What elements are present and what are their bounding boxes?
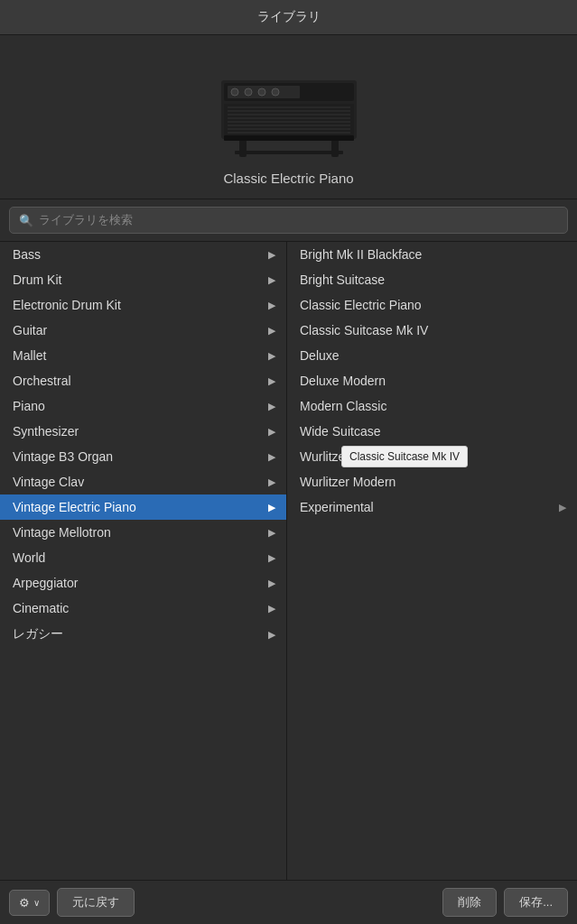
right-item-label: Bright Suitcase xyxy=(300,273,385,287)
search-icon: 🔍 xyxy=(19,214,33,227)
left-item-electronic-drum-kit[interactable]: Electronic Drum Kit ▶ xyxy=(0,292,286,318)
left-item-piano[interactable]: Piano ▶ xyxy=(0,393,286,419)
tooltip: Classic Suitcase Mk IV xyxy=(341,446,468,467)
right-item-label: Classic Suitcase Mk IV xyxy=(300,323,428,337)
arrow-icon: ▶ xyxy=(268,629,275,641)
right-item-label: Bright Mk II Blackface xyxy=(300,247,422,262)
left-item-label: Synthesizer xyxy=(13,424,79,439)
arrow-icon: ▶ xyxy=(268,527,275,539)
left-item-vintage-electric-piano[interactable]: Vintage Electric Piano ▶ xyxy=(0,494,286,520)
left-panel: Bass ▶ Drum Kit ▶ Electronic Drum Kit ▶ … xyxy=(0,242,287,880)
save-button[interactable]: 保存... xyxy=(504,888,568,917)
left-item-label: Vintage B3 Organ xyxy=(13,449,113,464)
left-item-mallet[interactable]: Mallet ▶ xyxy=(0,343,286,368)
right-item-label: Classic Electric Piano xyxy=(300,298,422,312)
search-input-wrapper[interactable]: 🔍 ライブラリを検索 xyxy=(9,207,568,234)
gear-button[interactable]: ⚙ ∨ xyxy=(9,890,50,916)
arrow-icon: ▶ xyxy=(268,350,275,362)
left-item-arpeggiator[interactable]: Arpeggiator ▶ xyxy=(0,570,286,596)
svg-rect-18 xyxy=(235,151,343,154)
content-area: Bass ▶ Drum Kit ▶ Electronic Drum Kit ▶ … xyxy=(0,242,577,880)
left-item-label: Vintage Electric Piano xyxy=(13,500,136,514)
right-item-label: Deluxe Modern xyxy=(300,374,386,388)
right-panel: Bright Mk II Blackface Bright Suitcase C… xyxy=(287,242,577,880)
arrow-icon: ▶ xyxy=(268,274,275,286)
arrow-icon: ▶ xyxy=(268,401,275,412)
svg-rect-7 xyxy=(224,104,354,135)
right-item-modern-classic[interactable]: Modern Classic xyxy=(287,393,577,419)
svg-point-3 xyxy=(231,88,238,96)
right-item-classic-suitcase-mk4[interactable]: Classic Suitcase Mk IV xyxy=(287,318,577,343)
arrow-icon: ▶ xyxy=(268,552,275,564)
search-bar: 🔍 ライブラリを検索 xyxy=(0,199,577,242)
right-item-label: Experimental xyxy=(300,500,374,514)
arrow-icon: ▶ xyxy=(268,249,275,261)
arrow-icon: ▶ xyxy=(268,300,275,311)
left-item-label: Arpeggiator xyxy=(13,576,78,590)
right-item-bright-suitcase[interactable]: Bright Suitcase xyxy=(287,267,577,292)
right-item-experimental[interactable]: Experimental ▶ xyxy=(287,494,577,520)
left-item-label: Piano xyxy=(13,399,45,413)
revert-button[interactable]: 元に戻す xyxy=(57,888,135,917)
right-item-bright-mk2[interactable]: Bright Mk II Blackface xyxy=(287,242,577,267)
left-item-label: Guitar xyxy=(13,323,47,337)
library-window: ライブラリ xyxy=(0,0,577,924)
svg-point-6 xyxy=(272,88,279,96)
left-item-label: Vintage Clav xyxy=(13,475,84,489)
right-item-deluxe-modern[interactable]: Deluxe Modern xyxy=(287,368,577,393)
right-item-deluxe-classic[interactable]: Deluxe Classic Suitcase Mk IV xyxy=(287,343,577,368)
svg-point-5 xyxy=(258,88,265,96)
piano-svg xyxy=(208,53,370,162)
window-title: ライブラリ xyxy=(257,9,321,23)
svg-rect-19 xyxy=(224,135,354,141)
svg-point-4 xyxy=(245,88,252,96)
arrow-icon: ▶ xyxy=(268,476,275,488)
left-item-drum-kit[interactable]: Drum Kit ▶ xyxy=(0,267,286,292)
left-item-label: Orchestral xyxy=(13,374,71,388)
instrument-preview: Classic Electric Piano xyxy=(0,35,577,199)
arrow-icon: ▶ xyxy=(268,375,275,387)
chevron-down-icon: ∨ xyxy=(33,898,40,908)
right-item-label: Wurlitzer Modern xyxy=(300,475,396,489)
right-item-classic-electric-piano[interactable]: Classic Electric Piano xyxy=(287,292,577,318)
left-item-vintage-b3-organ[interactable]: Vintage B3 Organ ▶ xyxy=(0,444,286,469)
left-item-label: Mallet xyxy=(13,348,46,363)
left-item-legacy[interactable]: レガシー ▶ xyxy=(0,621,286,648)
left-item-synthesizer[interactable]: Synthesizer ▶ xyxy=(0,419,286,444)
arrow-icon: ▶ xyxy=(268,426,275,438)
right-item-wide-suitcase[interactable]: Wide Suitcase xyxy=(287,419,577,444)
arrow-icon: ▶ xyxy=(268,451,275,463)
right-item-wurlitzer-modern[interactable]: Wurlitzer Modern xyxy=(287,469,577,494)
delete-button[interactable]: 削除 xyxy=(442,888,497,917)
left-item-guitar[interactable]: Guitar ▶ xyxy=(0,318,286,343)
left-item-label: World xyxy=(13,550,45,565)
right-item-label: Modern Classic xyxy=(300,399,386,413)
title-bar: ライブラリ xyxy=(0,0,577,35)
right-item-label: Deluxe xyxy=(300,348,340,363)
left-item-vintage-clav[interactable]: Vintage Clav ▶ xyxy=(0,469,286,494)
arrow-icon: ▶ xyxy=(559,502,566,513)
instrument-image xyxy=(208,53,370,162)
arrow-icon: ▶ xyxy=(268,578,275,589)
left-item-cinematic[interactable]: Cinematic ▶ xyxy=(0,596,286,621)
left-item-vintage-mellotron[interactable]: Vintage Mellotron ▶ xyxy=(0,520,286,545)
left-item-label: Bass xyxy=(13,247,41,262)
left-item-orchestral[interactable]: Orchestral ▶ xyxy=(0,368,286,393)
gear-icon: ⚙ xyxy=(19,896,30,910)
arrow-icon: ▶ xyxy=(268,603,275,614)
arrow-icon: ▶ xyxy=(268,502,275,513)
arrow-icon: ▶ xyxy=(268,325,275,337)
left-item-label: レガシー xyxy=(13,626,63,642)
left-item-label: Vintage Mellotron xyxy=(13,525,111,540)
left-item-world[interactable]: World ▶ xyxy=(0,545,286,570)
search-label: ライブラリを検索 xyxy=(39,212,133,228)
left-item-label: Electronic Drum Kit xyxy=(13,298,121,312)
bottom-bar: ⚙ ∨ 元に戻す 削除 保存... xyxy=(0,880,577,924)
left-item-label: Cinematic xyxy=(13,601,69,615)
left-item-bass[interactable]: Bass ▶ xyxy=(0,242,286,267)
right-item-label: Wide Suitcase xyxy=(300,424,380,439)
left-item-label: Drum Kit xyxy=(13,273,61,287)
instrument-name: Classic Electric Piano xyxy=(223,171,353,186)
